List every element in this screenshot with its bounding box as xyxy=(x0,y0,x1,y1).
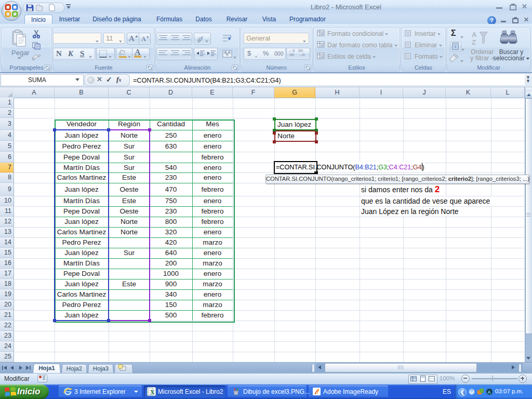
svg-text:Z: Z xyxy=(472,38,476,46)
svg-text:A: A xyxy=(472,31,477,38)
svg-text:A: A xyxy=(487,390,491,395)
svg-text:X: X xyxy=(150,389,155,396)
